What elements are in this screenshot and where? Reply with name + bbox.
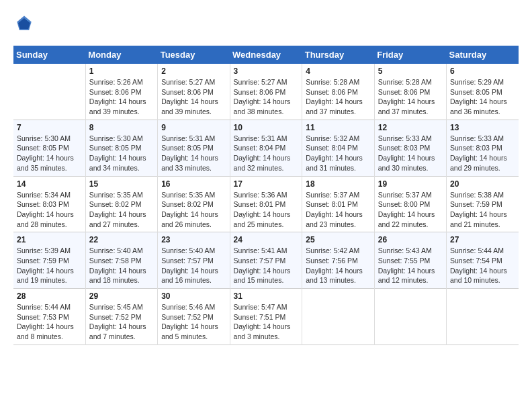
day-number: 20 <box>450 179 515 189</box>
day-info: Sunrise: 5:40 AM Sunset: 7:57 PM Dayligh… <box>161 246 226 285</box>
day-info: Sunrise: 5:33 AM Sunset: 8:03 PM Dayligh… <box>378 134 443 173</box>
day-cell: 26Sunrise: 5:43 AM Sunset: 7:55 PM Dayli… <box>374 232 446 289</box>
day-info: Sunrise: 5:33 AM Sunset: 8:03 PM Dayligh… <box>450 134 515 173</box>
day-info: Sunrise: 5:44 AM Sunset: 7:53 PM Dayligh… <box>17 302 82 342</box>
day-cell <box>13 64 85 120</box>
col-header-wednesday: Wednesday <box>230 46 302 64</box>
day-info: Sunrise: 5:47 AM Sunset: 7:51 PM Dayligh… <box>234 302 299 342</box>
day-info: Sunrise: 5:26 AM Sunset: 8:06 PM Dayligh… <box>89 77 154 117</box>
day-cell: 24Sunrise: 5:41 AM Sunset: 7:57 PM Dayli… <box>230 232 302 289</box>
day-cell: 14Sunrise: 5:34 AM Sunset: 8:03 PM Dayli… <box>13 176 85 232</box>
day-cell: 5Sunrise: 5:28 AM Sunset: 8:06 PM Daylig… <box>374 64 446 120</box>
day-cell <box>447 289 519 345</box>
day-cell: 22Sunrise: 5:40 AM Sunset: 7:58 PM Dayli… <box>85 232 157 289</box>
day-number: 8 <box>89 123 154 132</box>
day-cell: 20Sunrise: 5:38 AM Sunset: 7:59 PM Dayli… <box>447 176 519 232</box>
day-cell: 13Sunrise: 5:33 AM Sunset: 8:03 PM Dayli… <box>447 120 519 176</box>
day-info: Sunrise: 5:28 AM Sunset: 8:06 PM Dayligh… <box>378 77 443 117</box>
day-info: Sunrise: 5:37 AM Sunset: 8:00 PM Dayligh… <box>378 190 443 230</box>
day-cell: 4Sunrise: 5:28 AM Sunset: 8:06 PM Daylig… <box>302 64 374 120</box>
day-number: 27 <box>450 235 515 244</box>
day-cell: 29Sunrise: 5:45 AM Sunset: 7:52 PM Dayli… <box>85 289 157 345</box>
col-header-tuesday: Tuesday <box>158 46 230 64</box>
day-cell: 25Sunrise: 5:42 AM Sunset: 7:56 PM Dayli… <box>302 232 374 289</box>
day-cell: 12Sunrise: 5:33 AM Sunset: 8:03 PM Dayli… <box>374 120 446 176</box>
day-number: 5 <box>378 66 443 76</box>
day-cell: 6Sunrise: 5:29 AM Sunset: 8:05 PM Daylig… <box>447 64 519 120</box>
day-cell: 7Sunrise: 5:30 AM Sunset: 8:05 PM Daylig… <box>13 120 85 176</box>
day-number: 10 <box>234 123 299 132</box>
calendar-table: SundayMondayTuesdayWednesdayThursdayFrid… <box>13 46 519 345</box>
day-cell <box>374 289 446 345</box>
day-number: 2 <box>161 66 226 76</box>
day-number: 23 <box>161 235 226 244</box>
day-info: Sunrise: 5:40 AM Sunset: 7:58 PM Dayligh… <box>89 246 154 285</box>
col-header-thursday: Thursday <box>302 46 374 64</box>
day-info: Sunrise: 5:42 AM Sunset: 7:56 PM Dayligh… <box>306 246 370 285</box>
day-number: 16 <box>161 179 226 189</box>
day-cell: 17Sunrise: 5:36 AM Sunset: 8:01 PM Dayli… <box>230 176 302 232</box>
day-info: Sunrise: 5:30 AM Sunset: 8:05 PM Dayligh… <box>17 134 82 173</box>
day-info: Sunrise: 5:36 AM Sunset: 8:01 PM Dayligh… <box>234 190 299 230</box>
day-info: Sunrise: 5:38 AM Sunset: 7:59 PM Dayligh… <box>450 190 515 230</box>
week-row-3: 14Sunrise: 5:34 AM Sunset: 8:03 PM Dayli… <box>13 176 519 232</box>
logo-icon <box>13 13 35 35</box>
day-cell <box>302 289 374 345</box>
day-info: Sunrise: 5:45 AM Sunset: 7:52 PM Dayligh… <box>89 302 154 342</box>
day-cell: 31Sunrise: 5:47 AM Sunset: 7:51 PM Dayli… <box>230 289 302 345</box>
day-number: 31 <box>234 291 299 301</box>
day-cell: 19Sunrise: 5:37 AM Sunset: 8:00 PM Dayli… <box>374 176 446 232</box>
day-info: Sunrise: 5:43 AM Sunset: 7:55 PM Dayligh… <box>378 246 443 285</box>
day-info: Sunrise: 5:46 AM Sunset: 7:52 PM Dayligh… <box>161 302 226 342</box>
day-number: 28 <box>17 291 82 301</box>
day-info: Sunrise: 5:35 AM Sunset: 8:02 PM Dayligh… <box>161 190 226 230</box>
day-number: 6 <box>450 66 515 76</box>
day-cell: 21Sunrise: 5:39 AM Sunset: 7:59 PM Dayli… <box>13 232 85 289</box>
day-number: 14 <box>17 179 82 189</box>
day-info: Sunrise: 5:30 AM Sunset: 8:05 PM Dayligh… <box>89 134 154 173</box>
day-cell: 30Sunrise: 5:46 AM Sunset: 7:52 PM Dayli… <box>158 289 230 345</box>
day-info: Sunrise: 5:32 AM Sunset: 8:04 PM Dayligh… <box>306 134 370 173</box>
day-number: 12 <box>378 123 443 132</box>
day-info: Sunrise: 5:29 AM Sunset: 8:05 PM Dayligh… <box>450 77 515 117</box>
day-number: 25 <box>306 235 370 244</box>
day-number: 24 <box>234 235 299 244</box>
day-info: Sunrise: 5:34 AM Sunset: 8:03 PM Dayligh… <box>17 190 82 230</box>
day-cell: 10Sunrise: 5:31 AM Sunset: 8:04 PM Dayli… <box>230 120 302 176</box>
page-header <box>13 13 519 35</box>
day-number: 19 <box>378 179 443 189</box>
day-number: 9 <box>161 123 226 132</box>
day-info: Sunrise: 5:37 AM Sunset: 8:01 PM Dayligh… <box>306 190 370 230</box>
col-header-monday: Monday <box>85 46 157 64</box>
day-number: 3 <box>234 66 299 76</box>
day-cell: 1Sunrise: 5:26 AM Sunset: 8:06 PM Daylig… <box>85 64 157 120</box>
day-number: 22 <box>89 235 154 244</box>
day-cell: 2Sunrise: 5:27 AM Sunset: 8:06 PM Daylig… <box>158 64 230 120</box>
logo <box>13 13 38 35</box>
day-cell: 11Sunrise: 5:32 AM Sunset: 8:04 PM Dayli… <box>302 120 374 176</box>
day-info: Sunrise: 5:35 AM Sunset: 8:02 PM Dayligh… <box>89 190 154 230</box>
col-header-sunday: Sunday <box>13 46 85 64</box>
day-info: Sunrise: 5:31 AM Sunset: 8:04 PM Dayligh… <box>234 134 299 173</box>
col-header-saturday: Saturday <box>447 46 519 64</box>
day-cell: 15Sunrise: 5:35 AM Sunset: 8:02 PM Dayli… <box>85 176 157 232</box>
day-number: 7 <box>17 123 82 132</box>
day-info: Sunrise: 5:31 AM Sunset: 8:05 PM Dayligh… <box>161 134 226 173</box>
day-number: 15 <box>89 179 154 189</box>
day-cell: 18Sunrise: 5:37 AM Sunset: 8:01 PM Dayli… <box>302 176 374 232</box>
week-row-2: 7Sunrise: 5:30 AM Sunset: 8:05 PM Daylig… <box>13 120 519 176</box>
day-info: Sunrise: 5:27 AM Sunset: 8:06 PM Dayligh… <box>161 77 226 117</box>
day-info: Sunrise: 5:28 AM Sunset: 8:06 PM Dayligh… <box>306 77 370 117</box>
day-info: Sunrise: 5:41 AM Sunset: 7:57 PM Dayligh… <box>234 246 299 285</box>
day-cell: 8Sunrise: 5:30 AM Sunset: 8:05 PM Daylig… <box>85 120 157 176</box>
day-number: 29 <box>89 291 154 301</box>
day-info: Sunrise: 5:44 AM Sunset: 7:54 PM Dayligh… <box>450 246 515 285</box>
day-number: 13 <box>450 123 515 132</box>
day-info: Sunrise: 5:39 AM Sunset: 7:59 PM Dayligh… <box>17 246 82 285</box>
day-info: Sunrise: 5:27 AM Sunset: 8:06 PM Dayligh… <box>234 77 299 117</box>
day-cell: 3Sunrise: 5:27 AM Sunset: 8:06 PM Daylig… <box>230 64 302 120</box>
day-number: 26 <box>378 235 443 244</box>
day-cell: 23Sunrise: 5:40 AM Sunset: 7:57 PM Dayli… <box>158 232 230 289</box>
day-cell: 16Sunrise: 5:35 AM Sunset: 8:02 PM Dayli… <box>158 176 230 232</box>
week-row-4: 21Sunrise: 5:39 AM Sunset: 7:59 PM Dayli… <box>13 232 519 289</box>
